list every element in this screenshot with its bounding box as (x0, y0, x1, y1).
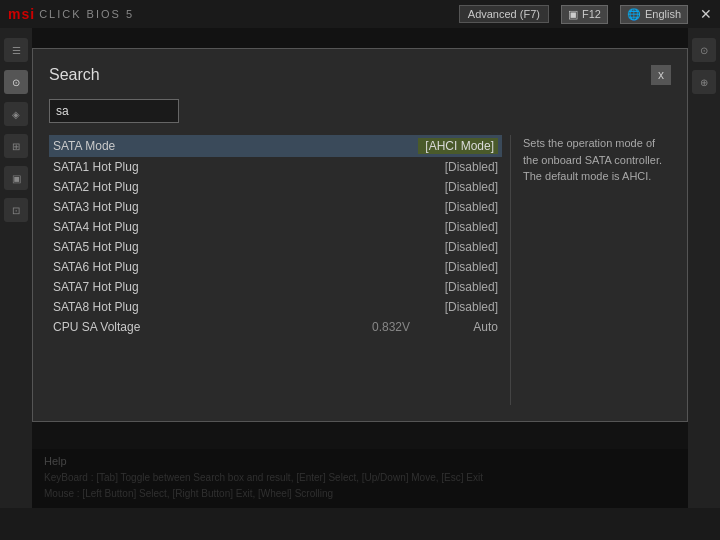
result-row[interactable]: SATA7 Hot Plug[Disabled] (49, 277, 502, 297)
search-dialog: Search x SATA Mode[AHCI Mode]SATA1 Hot P… (32, 48, 688, 422)
result-value-right: [Disabled] (418, 160, 498, 174)
top-close-button[interactable]: ✕ (700, 6, 712, 22)
msi-logo: msi (8, 6, 35, 22)
bottom-bar (0, 508, 720, 540)
result-name: SATA Mode (53, 139, 418, 153)
result-value-right: [Disabled] (418, 280, 498, 294)
result-value-right: [Disabled] (418, 300, 498, 314)
result-row[interactable]: SATA5 Hot Plug[Disabled] (49, 237, 502, 257)
result-name: CPU SA Voltage (53, 320, 330, 334)
result-name: SATA8 Hot Plug (53, 300, 418, 314)
result-value-left: 0.832V (330, 320, 410, 334)
bios-title: CLICK BIOS 5 (39, 8, 134, 20)
sidebar-icon-2[interactable]: ◈ (4, 102, 28, 126)
result-name: SATA2 Hot Plug (53, 180, 418, 194)
modal-overlay: Search x SATA Mode[AHCI Mode]SATA1 Hot P… (32, 28, 688, 508)
right-sidebar-icon-1[interactable]: ⊕ (692, 70, 716, 94)
language-label: English (645, 8, 681, 20)
dialog-header: Search x (49, 65, 671, 85)
screenshot-icon: ▣ (568, 8, 578, 21)
left-sidebar: ☰ ⊙ ◈ ⊞ ▣ ⊡ (0, 28, 32, 508)
result-row[interactable]: SATA8 Hot Plug[Disabled] (49, 297, 502, 317)
sidebar-icon-4[interactable]: ▣ (4, 166, 28, 190)
result-row[interactable]: SATA6 Hot Plug[Disabled] (49, 257, 502, 277)
result-value-right: Auto (418, 320, 498, 334)
result-name: SATA7 Hot Plug (53, 280, 418, 294)
result-row[interactable]: SATA1 Hot Plug[Disabled] (49, 157, 502, 177)
result-name: SATA4 Hot Plug (53, 220, 418, 234)
sidebar-icon-5[interactable]: ⊡ (4, 198, 28, 222)
top-bar: msi CLICK BIOS 5 Advanced (F7) ▣ F12 🌐 E… (0, 0, 720, 28)
sidebar-icon-3[interactable]: ⊞ (4, 134, 28, 158)
result-value-right: [Disabled] (418, 220, 498, 234)
result-name: SATA5 Hot Plug (53, 240, 418, 254)
result-row[interactable]: SATA3 Hot Plug[Disabled] (49, 197, 502, 217)
right-sidebar-icon-0[interactable]: ⊙ (692, 38, 716, 62)
result-name: SATA6 Hot Plug (53, 260, 418, 274)
dialog-title: Search (49, 66, 100, 84)
result-value-right: [Disabled] (418, 200, 498, 214)
sidebar-icon-0[interactable]: ☰ (4, 38, 28, 62)
advanced-mode-button[interactable]: Advanced (F7) (459, 5, 549, 23)
result-value-right: [AHCI Mode] (418, 138, 498, 154)
search-input[interactable] (49, 99, 179, 123)
result-value-right: [Disabled] (418, 240, 498, 254)
result-row[interactable]: SATA4 Hot Plug[Disabled] (49, 217, 502, 237)
result-row[interactable]: CPU SA Voltage0.832VAuto (49, 317, 502, 337)
top-right-controls: Advanced (F7) ▣ F12 🌐 English ✕ (459, 5, 712, 24)
sidebar-icon-1[interactable]: ⊙ (4, 70, 28, 94)
result-value-right: [Disabled] (418, 260, 498, 274)
results-area: SATA Mode[AHCI Mode]SATA1 Hot Plug[Disab… (49, 135, 671, 405)
dialog-close-button[interactable]: x (651, 65, 671, 85)
result-name: SATA1 Hot Plug (53, 160, 418, 174)
logo-area: msi CLICK BIOS 5 (8, 6, 134, 22)
results-list: SATA Mode[AHCI Mode]SATA1 Hot Plug[Disab… (49, 135, 511, 405)
result-row[interactable]: SATA Mode[AHCI Mode] (49, 135, 502, 157)
f12-label: F12 (582, 8, 601, 20)
result-name: SATA3 Hot Plug (53, 200, 418, 214)
right-sidebar: ⊙ ⊕ (688, 28, 720, 508)
description-panel: Sets the operation mode of the onboard S… (511, 135, 671, 405)
globe-icon: 🌐 (627, 8, 641, 21)
result-value-right: [Disabled] (418, 180, 498, 194)
result-row[interactable]: SATA2 Hot Plug[Disabled] (49, 177, 502, 197)
screenshot-button[interactable]: ▣ F12 (561, 5, 608, 24)
language-button[interactable]: 🌐 English (620, 5, 688, 24)
